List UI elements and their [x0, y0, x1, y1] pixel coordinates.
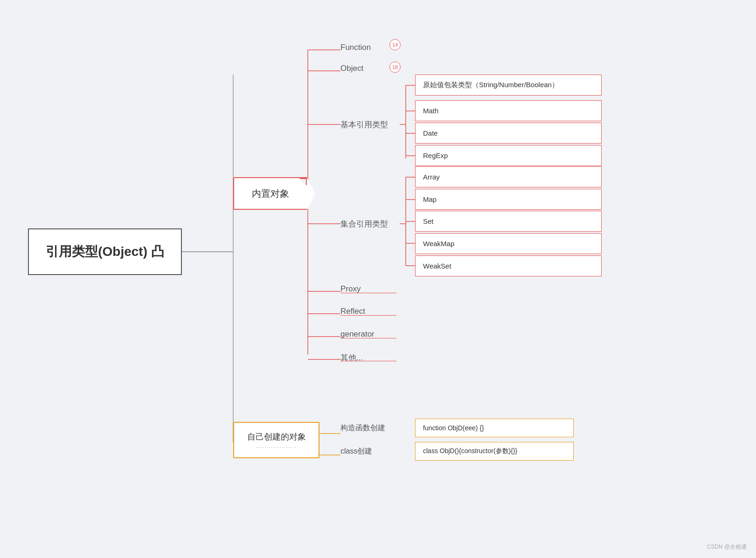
box-set: Set [415, 211, 602, 232]
custom-node: 自己创建的对象 ................... [233, 422, 319, 458]
box-weakset: WeakSet [415, 255, 602, 276]
item-object: Object [340, 64, 363, 73]
line-proxy [340, 293, 396, 293]
box-weakmap: WeakMap [415, 233, 602, 254]
box-primitive: 原始值包装类型（String/Number/Boolean） [415, 75, 602, 96]
item-constructor: 构造函数创建 [340, 423, 385, 433]
badge-18: 18 [389, 62, 401, 73]
builtin-label: 内置对象 [252, 187, 289, 200]
item-other: 其他... [340, 352, 363, 363]
builtin-node: 内置对象 [233, 177, 308, 210]
item-jihe: 集合引用类型 [340, 217, 400, 231]
box-class-value: class ObjD(){constructor(参数){}} [415, 442, 574, 461]
box-math: Math [415, 100, 602, 121]
item-generator: generator [340, 330, 375, 339]
svg-lines [0, 0, 756, 558]
item-function: Function [340, 43, 371, 52]
line-other [340, 361, 396, 361]
item-proxy: Proxy [340, 284, 361, 294]
box-date: Date [415, 123, 602, 144]
item-reflect: Reflect [340, 307, 365, 316]
line-generator [340, 338, 396, 338]
box-array: Array [415, 166, 602, 187]
badge-14: 14 [389, 39, 401, 50]
item-jiben: 基本引用类型 [340, 117, 400, 131]
box-constructor-value: function ObjD(eee) {} [415, 419, 574, 437]
line-reflect [340, 315, 396, 316]
box-map: Map [415, 189, 602, 210]
custom-label: 自己创建的对象 [247, 431, 306, 442]
diagram-container: 引用类型(Object) 凸 内置对象 自己创建的对象 ............… [0, 0, 756, 558]
root-label: 引用类型(Object) 凸 [46, 243, 164, 261]
box-regexp: RegExp [415, 145, 602, 166]
root-node: 引用类型(Object) 凸 [28, 228, 182, 275]
watermark: CSDN @全栈通 [707, 543, 747, 551]
custom-dots: ................... [256, 442, 297, 449]
item-class: class创建 [340, 447, 372, 456]
